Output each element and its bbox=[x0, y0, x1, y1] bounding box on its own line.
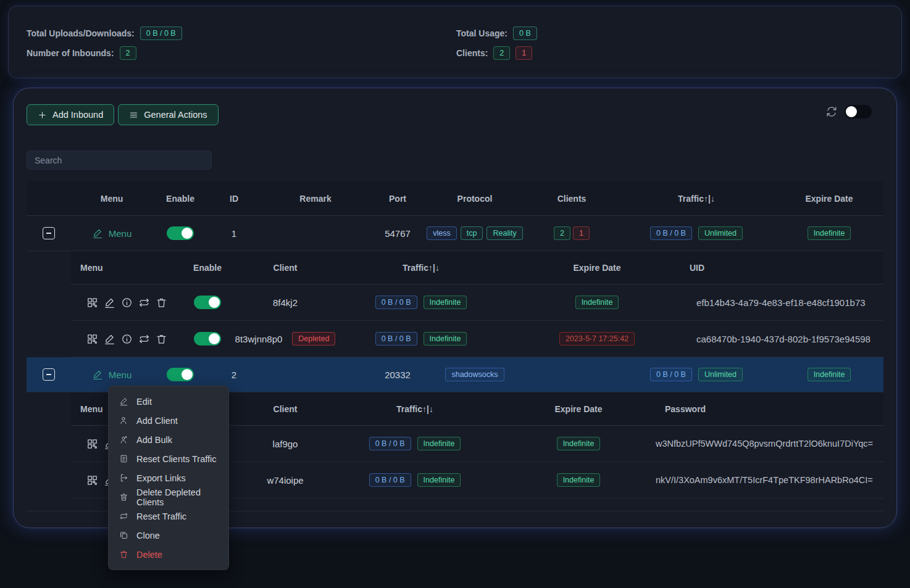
stats-right-column: Total Usage: 0 B Clients: 2 1 bbox=[456, 26, 537, 65]
qr-code-icon[interactable] bbox=[86, 297, 98, 308]
client-actions bbox=[71, 284, 173, 320]
menu-item-reset-traffic[interactable]: Reset Traffic bbox=[109, 507, 228, 526]
client-traffic-badge: 0 B / 0 B bbox=[375, 296, 417, 309]
client-traffic-badges: 0 B / 0 B Indefinite bbox=[328, 426, 501, 462]
transport-tag: tcp bbox=[461, 226, 483, 240]
enable-toggle[interactable] bbox=[167, 226, 194, 240]
clone-icon bbox=[119, 531, 128, 540]
menu-lines-icon bbox=[129, 110, 138, 120]
edit-icon bbox=[92, 369, 103, 380]
inbound-remark bbox=[260, 216, 371, 251]
client-password: w3NfbzUPf5WWd745Q8pvsmQrdrttT2lO6knuI7Di… bbox=[656, 426, 883, 462]
refresh-icon[interactable] bbox=[825, 106, 838, 118]
traffic-limit-badge: Unlimited bbox=[698, 226, 743, 240]
reset-traffic-icon[interactable] bbox=[138, 297, 150, 308]
menu-item-add-client[interactable]: Add Client bbox=[109, 411, 228, 430]
collapse-row-button[interactable] bbox=[43, 227, 55, 239]
menu-item-label: Edit bbox=[136, 397, 152, 407]
row-menu-button[interactable]: Menu bbox=[92, 228, 132, 239]
menu-item-export-links[interactable]: Export Links bbox=[109, 468, 228, 487]
row-menu-button[interactable]: Menu bbox=[92, 369, 132, 380]
client-traffic-badge: 0 B / 0 B bbox=[369, 473, 411, 487]
toggle-knob bbox=[182, 228, 193, 239]
menu-item-edit[interactable]: Edit bbox=[109, 392, 228, 411]
client-traffic-limit-badge: Indefinite bbox=[417, 473, 461, 487]
header-client-uid: UID bbox=[680, 251, 883, 284]
row-menu-label: Menu bbox=[109, 228, 132, 239]
delete-client-icon[interactable] bbox=[156, 297, 167, 308]
toggle-knob bbox=[209, 297, 220, 308]
toggle-knob bbox=[182, 369, 193, 380]
minus-icon bbox=[46, 374, 51, 375]
header-client-name: Client bbox=[242, 392, 328, 425]
search-input[interactable] bbox=[27, 151, 212, 170]
edit-client-icon[interactable] bbox=[104, 333, 115, 345]
menu-item-label: Add Client bbox=[136, 416, 178, 426]
header-client-expire: Expire Date bbox=[514, 251, 680, 284]
edit-client-icon[interactable] bbox=[104, 297, 115, 308]
clients-badges bbox=[525, 357, 618, 392]
stat-number-of-inbounds: Number of Inbounds: 2 bbox=[27, 46, 182, 60]
row-menu-label: Menu bbox=[109, 370, 132, 380]
total-usage-label: Total Usage: bbox=[456, 28, 507, 38]
uploads-downloads-label: Total Uploads/Downloads: bbox=[27, 28, 135, 38]
header-client-traffic[interactable]: Traffic↑|↓ bbox=[328, 392, 501, 425]
menu-item-clone[interactable]: Clone bbox=[109, 526, 228, 545]
enable-toggle[interactable] bbox=[167, 368, 194, 381]
client-enable-toggle[interactable] bbox=[194, 332, 221, 346]
users-bulk-icon bbox=[119, 435, 128, 444]
qr-code-icon[interactable] bbox=[86, 333, 98, 345]
header-port: Port bbox=[371, 181, 424, 215]
uploads-downloads-value: 0 B / 0 B bbox=[140, 27, 182, 40]
header-remark: Remark bbox=[260, 181, 371, 215]
menu-item-delete[interactable]: Delete bbox=[109, 545, 228, 564]
info-icon[interactable] bbox=[121, 297, 133, 308]
traffic-limit-badge: Unlimited bbox=[698, 368, 743, 381]
client-traffic-limit-badge: Indefinite bbox=[424, 296, 467, 309]
info-icon[interactable] bbox=[121, 333, 133, 345]
collapse-row-button[interactable] bbox=[43, 368, 55, 381]
menu-item-label: Export Links bbox=[136, 473, 186, 483]
client-traffic-badges: 0 B / 0 B Indefinite bbox=[328, 462, 501, 498]
client-traffic-badges: 0 B / 0 B Indefinite bbox=[328, 321, 514, 357]
export-icon bbox=[119, 473, 128, 482]
add-inbound-label: Add Inbound bbox=[52, 110, 103, 120]
add-inbound-button[interactable]: Add Inbound bbox=[27, 104, 114, 125]
general-actions-button[interactable]: General Actions bbox=[118, 104, 218, 125]
client-traffic-badge: 0 B / 0 B bbox=[375, 332, 417, 346]
header-client-traffic[interactable]: Traffic↑|↓ bbox=[328, 251, 514, 284]
menu-item-reset-clients-traffic[interactable]: Reset Clients Traffic bbox=[109, 449, 228, 468]
edit-icon bbox=[119, 397, 128, 406]
toolbar: Add Inbound General Actions bbox=[27, 104, 219, 125]
dark-mode-toggle[interactable] bbox=[845, 105, 872, 118]
delete-client-icon[interactable] bbox=[156, 333, 167, 345]
inbounds-count-label: Number of Inbounds: bbox=[27, 48, 114, 58]
qr-code-icon[interactable] bbox=[86, 474, 98, 486]
expire-badge: Indefinite bbox=[808, 368, 851, 381]
client-enable-toggle[interactable] bbox=[194, 296, 221, 309]
qr-code-icon[interactable] bbox=[86, 438, 98, 450]
menu-item-delete-depleted-clients[interactable]: Delete Depleted Clients bbox=[109, 487, 228, 507]
client-expire-badge: Indefinite bbox=[575, 296, 619, 309]
header-expire-date: Expire Date bbox=[775, 181, 883, 215]
menu-item-add-bulk[interactable]: Add Bulk bbox=[109, 430, 228, 449]
menu-item-label: Clone bbox=[136, 531, 160, 540]
client-traffic-limit-badge: Indefinite bbox=[417, 437, 461, 450]
menu-item-label: Add Bulk bbox=[136, 435, 172, 445]
client-expire-badge: 2023-5-7 17:25:42 bbox=[559, 332, 635, 346]
header-expand bbox=[27, 181, 71, 215]
edit-icon bbox=[92, 228, 103, 239]
header-client-name: Client bbox=[242, 251, 328, 284]
client-uid: efb14b43-4a79-4e83-ef18-e48cf1901b73 bbox=[680, 284, 883, 320]
client-password: nkV/I/3XoAm9v6xMT/T5IcrF4TpeTKF98rHARbRo… bbox=[656, 462, 883, 498]
stat-clients: Clients: 2 1 bbox=[456, 46, 537, 60]
inbound-port: 54767 bbox=[371, 216, 424, 251]
inbounds-count-value: 2 bbox=[120, 46, 136, 60]
protocol-tags: shadowsocks bbox=[424, 357, 525, 392]
plus-icon bbox=[38, 110, 47, 120]
user-add-icon bbox=[119, 416, 128, 425]
menu-item-label: Delete Depleted Clients bbox=[136, 487, 218, 507]
reset-traffic-icon[interactable] bbox=[138, 333, 150, 345]
header-traffic[interactable]: Traffic↑|↓ bbox=[618, 181, 775, 215]
header-client-enable: Enable bbox=[173, 251, 242, 284]
